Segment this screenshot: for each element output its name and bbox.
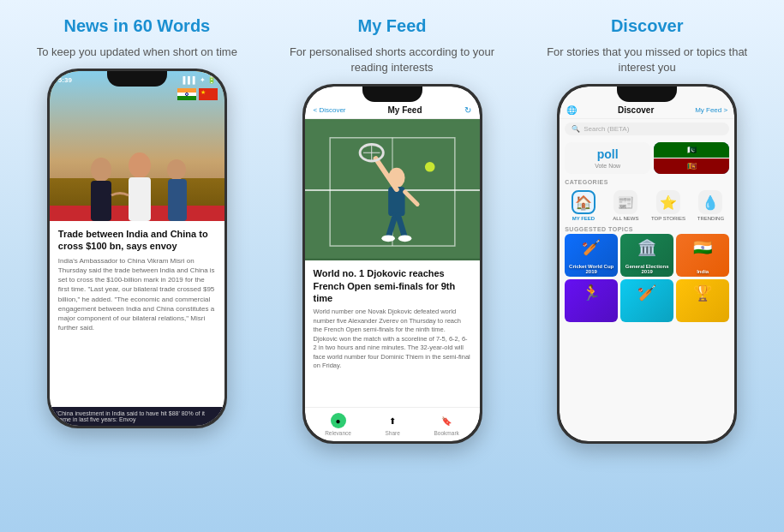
flags-card: 🇵🇰 🇱🇰 xyxy=(654,142,729,174)
feature-news-60-words: News in 60 Words To keep you updated whe… xyxy=(17,15,257,428)
search-bar[interactable]: 🔍 Search (BETA) xyxy=(565,123,729,135)
feature-3-title: Discover xyxy=(611,15,684,36)
srilanka-flag: 🇱🇰 xyxy=(654,158,729,174)
phone-1-headline: Trade between India and China to cross $… xyxy=(58,228,216,253)
bookmark-label: Bookmark xyxy=(434,430,459,436)
poll-row: poll Vote Now 🇵🇰 🇱🇰 xyxy=(560,139,734,177)
feature-1-title: News in 60 Words xyxy=(63,15,210,36)
phone-2-notch xyxy=(362,87,422,102)
phone-3-screen: 🌐 Discover My Feed > 🔍 Search (BETA) pol… xyxy=(560,87,734,441)
categories-row: 🏠 MY FEED 📰 ALL NEWS ⭐ TOP STORIES 💧 TRE… xyxy=(560,187,734,224)
categories-section-label: CATEGORIES xyxy=(560,177,734,187)
phone-1-body: India's Ambassador to China Vikram Misri… xyxy=(58,256,216,333)
leaders-scene: 5:39 ▌▌▌ ✦ 🔋 ★ xyxy=(50,71,224,221)
phone-1: 5:39 ▌▌▌ ✦ 🔋 ★ xyxy=(47,69,227,428)
svg-point-2 xyxy=(129,152,151,178)
tab-bookmark[interactable]: 🔖 Bookmark xyxy=(434,413,459,436)
topic-cricket-2[interactable]: 🏏 xyxy=(620,279,673,322)
phone-1-content: Trade between India and China to cross $… xyxy=(50,221,224,407)
phone-1-footer: 'China investment in India said to have … xyxy=(50,407,224,426)
sport2-emoji: 🏃 xyxy=(582,284,601,302)
people-svg xyxy=(50,71,224,221)
svg-point-19 xyxy=(381,236,395,242)
feature-discover: Discover For stories that you missed or … xyxy=(527,15,767,444)
poll-label: poll xyxy=(597,147,619,161)
phone-2-refresh-icon[interactable]: ↻ xyxy=(464,105,471,115)
phone-2-hero-image xyxy=(305,119,480,260)
feature-1-desc: To keep you updated when short on time xyxy=(37,45,237,60)
search-icon: 🔍 xyxy=(572,125,580,133)
topic-sport-2[interactable]: 🏃 xyxy=(565,279,618,322)
phone-2-nav-title: My Feed xyxy=(388,105,422,115)
poll-sublabel: Vote Now xyxy=(595,163,620,169)
svg-point-4 xyxy=(167,159,186,180)
pakistan-flag: 🇵🇰 xyxy=(654,142,729,158)
cat-trending-label: TRENDING xyxy=(697,216,724,221)
india-emoji: 🇮🇳 xyxy=(693,238,712,257)
suggested-topics-label: SUGGESTED TOPICS xyxy=(560,224,734,234)
phone-3-nav-title: Discover xyxy=(618,105,654,115)
tennis-player-svg xyxy=(305,119,480,260)
my-feed-icon: 🏠 xyxy=(572,190,595,214)
search-placeholder: Search (BETA) xyxy=(584,125,629,133)
phone-2-content: World no. 1 Djokovic reaches French Open… xyxy=(305,260,480,407)
app-container: News in 60 Words To keep you updated whe… xyxy=(0,0,784,532)
topic-cricket-label: Cricket World Cup 2019 xyxy=(567,264,615,274)
phone-1-hero-image: 5:39 ▌▌▌ ✦ 🔋 ★ xyxy=(50,71,224,221)
feature-2-title: My Feed xyxy=(357,15,426,36)
topic-cricket-world-cup[interactable]: 🏏 Cricket World Cup 2019 xyxy=(565,234,618,277)
topic-general-elections[interactable]: 🏛️ General Elections 2019 xyxy=(620,234,673,277)
all-news-icon: 📰 xyxy=(613,190,637,214)
trending-icon: 💧 xyxy=(698,190,722,214)
tab-share[interactable]: ⬆ Share xyxy=(385,413,400,436)
feature-3-desc: For stories that you missed or topics th… xyxy=(527,45,767,75)
topic-india[interactable]: 🇮🇳 India xyxy=(676,234,729,277)
svg-rect-1 xyxy=(91,181,111,221)
poll-card[interactable]: poll Vote Now xyxy=(565,142,650,174)
phone-3-notch xyxy=(617,87,677,102)
bookmark-icon: 🔖 xyxy=(439,413,454,428)
tab-relevance[interactable]: ● Relevance xyxy=(325,413,351,436)
svg-point-0 xyxy=(91,158,111,182)
cat-all-news[interactable]: 📰 ALL NEWS xyxy=(607,190,645,221)
tennis-court xyxy=(305,119,480,260)
svg-point-20 xyxy=(398,236,411,242)
phone-2-footer: ● Relevance ⬆ Share 🔖 Bookmark xyxy=(305,407,480,441)
cat-my-feed-label: MY FEED xyxy=(572,216,595,221)
phone-1-footer-text: 'China investment in India said to have … xyxy=(57,410,218,422)
phone-2-back[interactable]: < Discover xyxy=(314,106,346,114)
cricket-emoji: 🏏 xyxy=(582,238,601,257)
phone-2-screen: < Discover My Feed ↻ xyxy=(305,87,480,441)
cat-my-feed[interactable]: 🏠 MY FEED xyxy=(565,190,602,221)
top-stories-icon: ⭐ xyxy=(656,190,680,214)
phone-2-headline: World no. 1 Djokovic reaches French Open… xyxy=(314,267,471,304)
phone-1-signal: ▌▌▌ ✦ 🔋 xyxy=(183,76,215,84)
cat-all-news-label: ALL NEWS xyxy=(613,216,638,221)
cricket2-emoji: 🏏 xyxy=(637,284,656,302)
phone-1-screen: 5:39 ▌▌▌ ✦ 🔋 ★ xyxy=(50,71,224,426)
feature-2-desc: For personalised shorts according to you… xyxy=(272,45,512,75)
phone-1-time: 5:39 xyxy=(58,76,72,84)
phone-3-myfeed-link[interactable]: My Feed > xyxy=(695,106,727,114)
svg-rect-3 xyxy=(129,177,151,221)
election-emoji: 🏛️ xyxy=(637,238,656,257)
svg-rect-5 xyxy=(168,179,187,221)
svg-point-21 xyxy=(424,162,434,172)
relevance-label: Relevance xyxy=(325,430,351,436)
phone-2: < Discover My Feed ↻ xyxy=(302,84,482,444)
relevance-icon: ● xyxy=(331,413,346,428)
trophy-emoji: 🏆 xyxy=(693,284,712,302)
feature-my-feed: My Feed For personalised shorts accordin… xyxy=(272,15,512,444)
cat-top-stories[interactable]: ⭐ TOP STORIES xyxy=(649,190,687,221)
topic-india-label: India xyxy=(679,269,727,274)
topic-grid: 🏏 Cricket World Cup 2019 🏛️ General Elec… xyxy=(560,234,734,326)
topic-trophy[interactable]: 🏆 xyxy=(676,279,729,322)
cat-trending[interactable]: 💧 TRENDING xyxy=(692,190,730,221)
share-label: Share xyxy=(386,430,400,436)
globe-icon[interactable]: 🌐 xyxy=(566,105,577,115)
phone-2-body: World number one Novak Djokovic defeated… xyxy=(314,308,471,371)
phone-3: 🌐 Discover My Feed > 🔍 Search (BETA) pol… xyxy=(557,84,737,444)
share-icon: ⬆ xyxy=(385,413,400,428)
cat-top-stories-label: TOP STORIES xyxy=(651,216,685,221)
topic-election-label: General Elections 2019 xyxy=(623,264,671,274)
